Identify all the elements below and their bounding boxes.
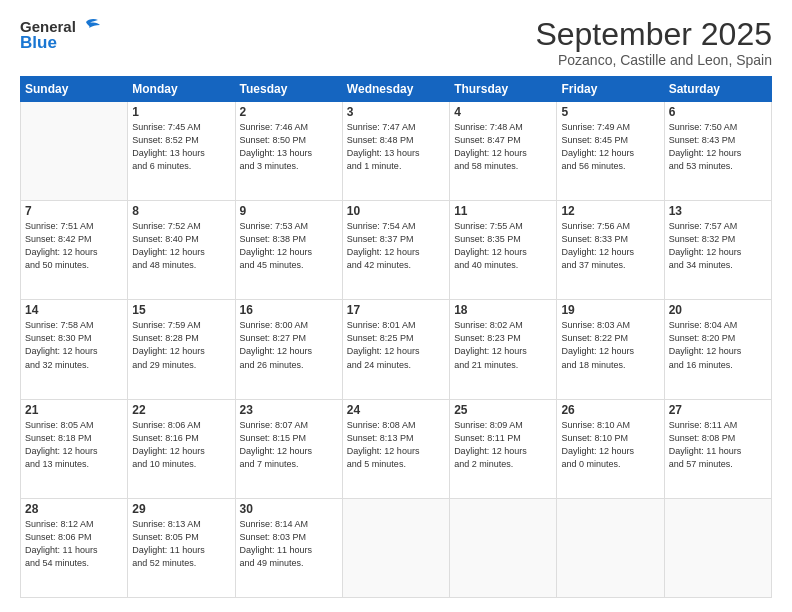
- day-info: Sunrise: 7:50 AMSunset: 8:43 PMDaylight:…: [669, 121, 767, 173]
- table-row: 4Sunrise: 7:48 AMSunset: 8:47 PMDaylight…: [450, 102, 557, 201]
- day-info: Sunrise: 8:05 AMSunset: 8:18 PMDaylight:…: [25, 419, 123, 471]
- table-row: 13Sunrise: 7:57 AMSunset: 8:32 PMDayligh…: [664, 201, 771, 300]
- day-info: Sunrise: 8:11 AMSunset: 8:08 PMDaylight:…: [669, 419, 767, 471]
- day-number: 23: [240, 403, 338, 417]
- day-number: 9: [240, 204, 338, 218]
- day-number: 20: [669, 303, 767, 317]
- col-header-tuesday: Tuesday: [235, 77, 342, 102]
- day-info: Sunrise: 7:55 AMSunset: 8:35 PMDaylight:…: [454, 220, 552, 272]
- day-number: 29: [132, 502, 230, 516]
- table-row: 26Sunrise: 8:10 AMSunset: 8:10 PMDayligh…: [557, 399, 664, 498]
- calendar-week-row: 21Sunrise: 8:05 AMSunset: 8:18 PMDayligh…: [21, 399, 772, 498]
- day-info: Sunrise: 8:03 AMSunset: 8:22 PMDaylight:…: [561, 319, 659, 371]
- day-info: Sunrise: 7:46 AMSunset: 8:50 PMDaylight:…: [240, 121, 338, 173]
- page: General Blue September 2025 Pozanco, Cas…: [0, 0, 792, 612]
- table-row: 21Sunrise: 8:05 AMSunset: 8:18 PMDayligh…: [21, 399, 128, 498]
- day-number: 21: [25, 403, 123, 417]
- table-row: [342, 498, 449, 597]
- day-info: Sunrise: 7:58 AMSunset: 8:30 PMDaylight:…: [25, 319, 123, 371]
- table-row: 15Sunrise: 7:59 AMSunset: 8:28 PMDayligh…: [128, 300, 235, 399]
- day-number: 15: [132, 303, 230, 317]
- day-number: 6: [669, 105, 767, 119]
- day-number: 27: [669, 403, 767, 417]
- day-number: 12: [561, 204, 659, 218]
- calendar-week-row: 1Sunrise: 7:45 AMSunset: 8:52 PMDaylight…: [21, 102, 772, 201]
- day-info: Sunrise: 8:07 AMSunset: 8:15 PMDaylight:…: [240, 419, 338, 471]
- day-info: Sunrise: 7:52 AMSunset: 8:40 PMDaylight:…: [132, 220, 230, 272]
- day-number: 10: [347, 204, 445, 218]
- day-number: 4: [454, 105, 552, 119]
- day-info: Sunrise: 7:49 AMSunset: 8:45 PMDaylight:…: [561, 121, 659, 173]
- day-info: Sunrise: 7:48 AMSunset: 8:47 PMDaylight:…: [454, 121, 552, 173]
- table-row: 28Sunrise: 8:12 AMSunset: 8:06 PMDayligh…: [21, 498, 128, 597]
- table-row: 2Sunrise: 7:46 AMSunset: 8:50 PMDaylight…: [235, 102, 342, 201]
- col-header-thursday: Thursday: [450, 77, 557, 102]
- table-row: 29Sunrise: 8:13 AMSunset: 8:05 PMDayligh…: [128, 498, 235, 597]
- day-number: 3: [347, 105, 445, 119]
- table-row: 16Sunrise: 8:00 AMSunset: 8:27 PMDayligh…: [235, 300, 342, 399]
- day-info: Sunrise: 8:04 AMSunset: 8:20 PMDaylight:…: [669, 319, 767, 371]
- table-row: 9Sunrise: 7:53 AMSunset: 8:38 PMDaylight…: [235, 201, 342, 300]
- table-row: 11Sunrise: 7:55 AMSunset: 8:35 PMDayligh…: [450, 201, 557, 300]
- calendar-week-row: 14Sunrise: 7:58 AMSunset: 8:30 PMDayligh…: [21, 300, 772, 399]
- table-row: 6Sunrise: 7:50 AMSunset: 8:43 PMDaylight…: [664, 102, 771, 201]
- month-title: September 2025: [535, 18, 772, 50]
- table-row: 25Sunrise: 8:09 AMSunset: 8:11 PMDayligh…: [450, 399, 557, 498]
- day-number: 2: [240, 105, 338, 119]
- day-number: 19: [561, 303, 659, 317]
- day-number: 18: [454, 303, 552, 317]
- day-number: 25: [454, 403, 552, 417]
- table-row: 19Sunrise: 8:03 AMSunset: 8:22 PMDayligh…: [557, 300, 664, 399]
- day-info: Sunrise: 7:59 AMSunset: 8:28 PMDaylight:…: [132, 319, 230, 371]
- day-info: Sunrise: 8:06 AMSunset: 8:16 PMDaylight:…: [132, 419, 230, 471]
- table-row: 22Sunrise: 8:06 AMSunset: 8:16 PMDayligh…: [128, 399, 235, 498]
- day-number: 16: [240, 303, 338, 317]
- day-info: Sunrise: 8:10 AMSunset: 8:10 PMDaylight:…: [561, 419, 659, 471]
- day-number: 13: [669, 204, 767, 218]
- table-row: 18Sunrise: 8:02 AMSunset: 8:23 PMDayligh…: [450, 300, 557, 399]
- day-number: 28: [25, 502, 123, 516]
- day-number: 17: [347, 303, 445, 317]
- table-row: 5Sunrise: 7:49 AMSunset: 8:45 PMDaylight…: [557, 102, 664, 201]
- table-row: 17Sunrise: 8:01 AMSunset: 8:25 PMDayligh…: [342, 300, 449, 399]
- col-header-wednesday: Wednesday: [342, 77, 449, 102]
- day-info: Sunrise: 7:51 AMSunset: 8:42 PMDaylight:…: [25, 220, 123, 272]
- col-header-saturday: Saturday: [664, 77, 771, 102]
- day-info: Sunrise: 7:57 AMSunset: 8:32 PMDaylight:…: [669, 220, 767, 272]
- table-row: [450, 498, 557, 597]
- table-row: 7Sunrise: 7:51 AMSunset: 8:42 PMDaylight…: [21, 201, 128, 300]
- calendar-week-row: 28Sunrise: 8:12 AMSunset: 8:06 PMDayligh…: [21, 498, 772, 597]
- calendar-header-row: Sunday Monday Tuesday Wednesday Thursday…: [21, 77, 772, 102]
- day-number: 11: [454, 204, 552, 218]
- table-row: 14Sunrise: 7:58 AMSunset: 8:30 PMDayligh…: [21, 300, 128, 399]
- table-row: 27Sunrise: 8:11 AMSunset: 8:08 PMDayligh…: [664, 399, 771, 498]
- location: Pozanco, Castille and Leon, Spain: [535, 52, 772, 68]
- day-info: Sunrise: 7:47 AMSunset: 8:48 PMDaylight:…: [347, 121, 445, 173]
- table-row: 10Sunrise: 7:54 AMSunset: 8:37 PMDayligh…: [342, 201, 449, 300]
- day-info: Sunrise: 8:14 AMSunset: 8:03 PMDaylight:…: [240, 518, 338, 570]
- table-row: [664, 498, 771, 597]
- day-info: Sunrise: 8:02 AMSunset: 8:23 PMDaylight:…: [454, 319, 552, 371]
- table-row: 30Sunrise: 8:14 AMSunset: 8:03 PMDayligh…: [235, 498, 342, 597]
- day-info: Sunrise: 7:54 AMSunset: 8:37 PMDaylight:…: [347, 220, 445, 272]
- col-header-monday: Monday: [128, 77, 235, 102]
- day-info: Sunrise: 8:13 AMSunset: 8:05 PMDaylight:…: [132, 518, 230, 570]
- table-row: 8Sunrise: 7:52 AMSunset: 8:40 PMDaylight…: [128, 201, 235, 300]
- table-row: 24Sunrise: 8:08 AMSunset: 8:13 PMDayligh…: [342, 399, 449, 498]
- day-number: 7: [25, 204, 123, 218]
- day-info: Sunrise: 8:12 AMSunset: 8:06 PMDaylight:…: [25, 518, 123, 570]
- calendar-week-row: 7Sunrise: 7:51 AMSunset: 8:42 PMDaylight…: [21, 201, 772, 300]
- logo: General Blue: [20, 18, 100, 53]
- table-row: 3Sunrise: 7:47 AMSunset: 8:48 PMDaylight…: [342, 102, 449, 201]
- day-info: Sunrise: 7:45 AMSunset: 8:52 PMDaylight:…: [132, 121, 230, 173]
- day-number: 22: [132, 403, 230, 417]
- day-number: 14: [25, 303, 123, 317]
- day-info: Sunrise: 7:53 AMSunset: 8:38 PMDaylight:…: [240, 220, 338, 272]
- col-header-sunday: Sunday: [21, 77, 128, 102]
- table-row: [21, 102, 128, 201]
- day-info: Sunrise: 8:00 AMSunset: 8:27 PMDaylight:…: [240, 319, 338, 371]
- table-row: [557, 498, 664, 597]
- header: General Blue September 2025 Pozanco, Cas…: [20, 18, 772, 68]
- day-number: 24: [347, 403, 445, 417]
- logo-bird-icon: [78, 18, 100, 36]
